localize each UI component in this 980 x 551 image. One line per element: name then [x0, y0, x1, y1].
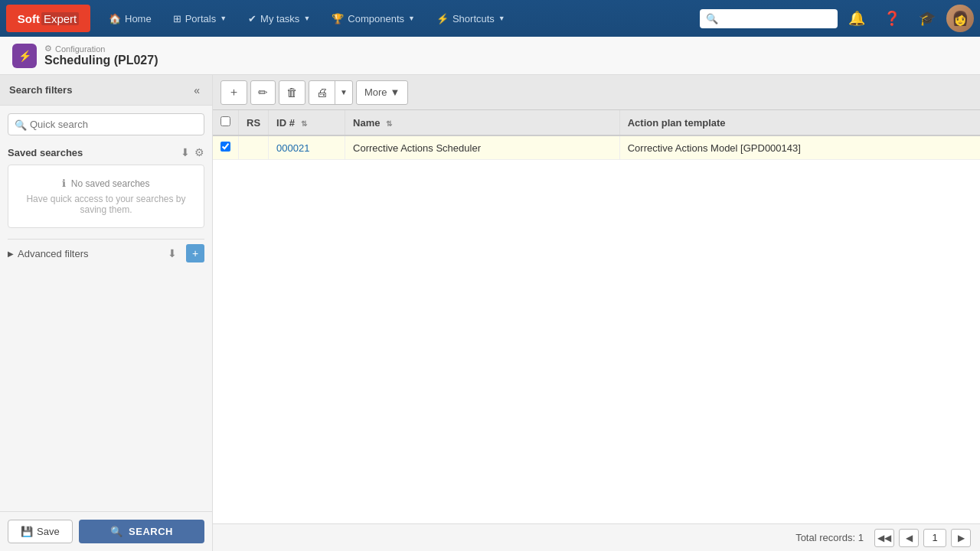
- chevron-right-icon: ▶: [8, 249, 14, 258]
- brand-soft: Soft: [18, 12, 40, 25]
- select-all-checkbox[interactable]: [220, 116, 230, 126]
- nav-shortcuts-label: Shortcuts: [452, 13, 495, 24]
- home-icon: 🏠: [109, 13, 121, 24]
- mytasks-icon: ✔: [248, 13, 256, 24]
- search-button[interactable]: 🔍 SEARCH: [79, 520, 204, 543]
- saved-searches-empty: ℹ No saved searches Have quick access to…: [8, 165, 204, 228]
- quick-search-wrap: 🔍: [8, 113, 204, 135]
- row-id-cell[interactable]: 000021: [269, 135, 345, 160]
- row-checkbox[interactable]: [220, 142, 230, 152]
- save-button[interactable]: 💾 Save: [8, 520, 73, 543]
- sidebar-footer: 💾 Save 🔍 SEARCH: [0, 511, 212, 551]
- mytasks-caret-icon: ▼: [303, 15, 310, 22]
- sidebar-header: Search filters «: [0, 75, 212, 106]
- print-button[interactable]: 🖨: [309, 81, 335, 104]
- table-header: RS ID # ⇅ Name ⇅ Action plan template: [213, 110, 980, 135]
- graduation-button[interactable]: 🎓: [911, 5, 943, 31]
- nav-home-label: Home: [125, 13, 152, 24]
- sidebar-body: 🔍 Saved searches ⬇ ⚙ ℹ No saved searches…: [0, 106, 212, 511]
- table-footer: Total records: 1 ◀◀ ◀ 1 ▶: [213, 523, 980, 551]
- more-caret-icon: ▼: [390, 86, 400, 98]
- breadcrumb-config: ⚙ Configuration: [44, 44, 158, 54]
- gear-icon: ⚙: [44, 44, 52, 54]
- avatar-image: 👩: [946, 5, 974, 32]
- col-header-action-plan: Action plan template: [619, 110, 980, 135]
- save-label: Save: [37, 526, 60, 537]
- breadcrumb-bar: ⚡ ⚙ Configuration Scheduling (PL027): [0, 37, 980, 75]
- page-prev-button[interactable]: ◀: [899, 529, 919, 547]
- nav-search-input[interactable]: [700, 9, 838, 28]
- total-records-label: Total records: 1: [795, 532, 864, 543]
- id-sort-icon: ⇅: [301, 119, 307, 128]
- nav-portals[interactable]: ⊞ Portals ▼: [164, 8, 236, 29]
- components-icon: 🏆: [332, 13, 344, 24]
- row-name-cell: Corrective Actions Scheduler: [345, 135, 620, 160]
- nav-components-label: Components: [348, 13, 404, 24]
- nav-search-icon: 🔍: [706, 13, 718, 24]
- name-sort-icon: ⇅: [386, 119, 392, 128]
- nav-shortcuts[interactable]: ⚡ Shortcuts ▼: [427, 8, 514, 29]
- breadcrumb-config-label: Configuration: [55, 44, 105, 54]
- nav-search-wrap: 🔍: [700, 9, 838, 28]
- page-number: 1: [923, 529, 946, 547]
- saved-searches-header: Saved searches ⬇ ⚙: [8, 146, 204, 158]
- page-next-button[interactable]: ▶: [951, 529, 971, 547]
- page-first-button[interactable]: ◀◀: [874, 529, 894, 547]
- col-header-id[interactable]: ID # ⇅: [269, 110, 345, 135]
- plus-icon: ＋: [228, 85, 240, 99]
- saved-searches-title: Saved searches: [8, 147, 83, 158]
- search-btn-icon: 🔍: [110, 526, 123, 537]
- import-saved-searches-button[interactable]: ⬇: [181, 146, 190, 158]
- nav-mytasks[interactable]: ✔ My tasks ▼: [239, 8, 319, 29]
- saved-searches-settings-button[interactable]: ⚙: [194, 146, 204, 158]
- bell-icon: 🔔: [848, 10, 865, 27]
- shortcuts-icon: ⚡: [436, 13, 449, 24]
- sidebar-collapse-button[interactable]: «: [191, 83, 203, 98]
- records-table: RS ID # ⇅ Name ⇅ Action plan template: [213, 110, 980, 160]
- advanced-filters-toggle[interactable]: ▶ Advanced filters: [8, 248, 89, 259]
- content-toolbar: ＋ ✏ 🗑 🖨 ▼ More ▼: [213, 75, 980, 110]
- add-button[interactable]: ＋: [220, 80, 247, 105]
- graduation-icon: 🎓: [919, 10, 936, 27]
- user-avatar[interactable]: 👩: [946, 5, 974, 32]
- page-title: Scheduling (PL027): [44, 54, 158, 67]
- advanced-filters-row: ▶ Advanced filters ⬇ +: [8, 239, 204, 267]
- table-container: RS ID # ⇅ Name ⇅ Action plan template: [213, 110, 980, 523]
- nav-components[interactable]: 🏆 Components ▼: [322, 8, 424, 29]
- lightning-icon: ⚡: [18, 50, 31, 62]
- saved-searches-hint: Have quick access to your searches by sa…: [18, 194, 194, 215]
- import-filters-button[interactable]: ⬇: [163, 244, 181, 262]
- more-button[interactable]: More ▼: [356, 80, 409, 105]
- sidebar: Search filters « 🔍 Saved searches ⬇ ⚙ ℹ: [0, 75, 213, 551]
- row-rs-cell: [239, 135, 269, 160]
- col-header-checkbox: [213, 110, 239, 135]
- brand-expert: Expert: [41, 12, 79, 25]
- notifications-button[interactable]: 🔔: [841, 5, 873, 31]
- module-icon: ⚡: [12, 44, 37, 68]
- nav-portals-label: Portals: [185, 13, 216, 24]
- help-button[interactable]: ❓: [876, 5, 908, 31]
- components-caret-icon: ▼: [408, 15, 415, 22]
- add-filter-button[interactable]: +: [186, 244, 204, 262]
- no-saved-label: No saved searches: [71, 178, 150, 189]
- content-area: ＋ ✏ 🗑 🖨 ▼ More ▼: [213, 75, 980, 551]
- pencil-icon: ✏: [258, 86, 268, 99]
- table-row[interactable]: 000021 Corrective Actions Scheduler Corr…: [213, 135, 980, 160]
- info-icon: ℹ: [62, 178, 66, 189]
- portals-caret-icon: ▼: [220, 15, 227, 22]
- col-header-rs: RS: [239, 110, 269, 135]
- edit-button[interactable]: ✏: [250, 80, 276, 105]
- delete-button[interactable]: 🗑: [279, 80, 305, 105]
- printer-icon: 🖨: [316, 86, 328, 99]
- brand-logo[interactable]: Soft Expert: [6, 5, 90, 32]
- navbar: Soft Expert 🏠 Home ⊞ Portals ▼ ✔ My task…: [0, 0, 980, 37]
- col-header-name[interactable]: Name ⇅: [345, 110, 620, 135]
- save-icon: 💾: [21, 526, 33, 537]
- trash-icon: 🗑: [286, 86, 298, 99]
- nav-home[interactable]: 🏠 Home: [100, 8, 161, 29]
- quick-search-input[interactable]: [8, 113, 204, 135]
- portals-icon: ⊞: [173, 13, 181, 24]
- print-dropdown-button[interactable]: ▼: [335, 81, 352, 104]
- advanced-filters-label: Advanced filters: [18, 248, 89, 259]
- print-button-split: 🖨 ▼: [309, 80, 353, 105]
